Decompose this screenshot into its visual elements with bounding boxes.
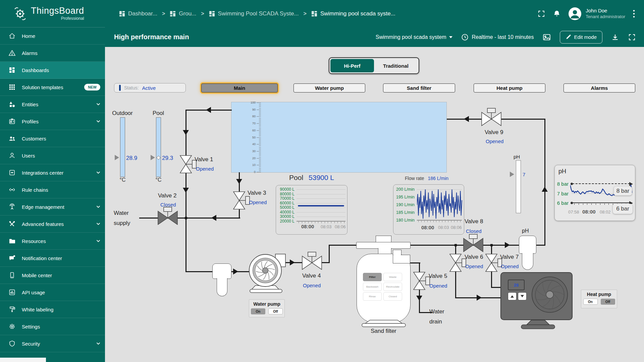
tank-scale-label: 100 (239, 101, 256, 104)
sidebar-item-resources[interactable]: Resources (0, 233, 105, 250)
valve-7-icon[interactable] (485, 253, 502, 272)
chevron-down-icon (96, 103, 100, 106)
ph-gauge-label: pH (514, 154, 520, 160)
home-icon (8, 32, 16, 40)
sidebar-item-dashboards[interactable]: Dashboards (0, 62, 105, 79)
breadcrumb-item[interactable]: Swimming Pool SCADA Syste... (209, 10, 299, 17)
fullscreen-dashboard-icon[interactable] (628, 33, 636, 41)
water-pump-on-button[interactable]: On (251, 308, 265, 314)
sidebar-item-advanced-features[interactable]: Advanced features (0, 216, 105, 233)
pool-volume-value: 53900 L (309, 174, 334, 182)
sidebar-item-label: Integrations center (22, 170, 90, 176)
heat-pump-on-button[interactable]: On (583, 299, 598, 305)
tank-scale-label: 60 (239, 129, 256, 132)
flow-ytick: 185 L/min (394, 210, 415, 215)
nav-button-heat-pump[interactable]: Heat pump (474, 83, 545, 93)
sidebar-item-alarms[interactable]: Alarms (0, 45, 105, 62)
toggle-hi-perf[interactable]: Hi-Perf (330, 59, 374, 72)
notifications-bell-icon[interactable] (553, 10, 561, 18)
dashboard-state-select[interactable]: Swimming pool scada system (376, 34, 453, 40)
toggle-traditional[interactable]: Traditional (374, 59, 418, 72)
sand-filter-mode-closed[interactable]: Closed (383, 292, 402, 301)
sidebar-item-settings[interactable]: Settings (0, 318, 105, 335)
water-supply-label-1: Water (114, 210, 129, 217)
sidebar-item-label: API usage (22, 290, 100, 295)
breadcrumb-item[interactable]: Swimming pool scada syste... (311, 10, 395, 17)
timewindow-button[interactable]: Realtime - last 10 minutes (461, 34, 534, 41)
advanced-icon (8, 220, 16, 228)
breadcrumb-item[interactable]: Grou... (170, 10, 196, 17)
flow-arrow-icon (505, 242, 513, 248)
nav-button-water-pump[interactable]: Water pump (293, 83, 365, 93)
chevron-down-icon (96, 120, 100, 123)
nav-button-sand-filter[interactable]: Sand filter (383, 83, 455, 93)
heat-pump-down-button[interactable] (518, 292, 527, 300)
ph-sensor-housing-body (522, 253, 533, 270)
thingsboard-logo[interactable]: ThingsBoard Professional (0, 0, 105, 27)
sidebar-item-mobile-center[interactable]: Mobile center (0, 267, 105, 284)
user-menu[interactable]: John Doe Tenant administrator (568, 7, 625, 20)
pipe-junction (185, 217, 187, 219)
nav-button-main[interactable]: Main (201, 83, 278, 93)
valve-2-icon[interactable] (157, 207, 178, 225)
chevron-down-icon (96, 205, 100, 208)
flow-ytick: 180 L/min (394, 218, 415, 223)
pool-tank (231, 102, 447, 173)
status-value: Active (142, 85, 156, 91)
sidebar-item-customers[interactable]: Customers (0, 130, 105, 147)
tank-scale-label: 40 (239, 142, 256, 146)
dashboard-toolbar: High performance main Swimming pool scad… (105, 27, 644, 47)
heat-pump-off-button[interactable]: Off (601, 299, 615, 305)
sidebar-item-solution-templates[interactable]: Solution templatesNEW (0, 79, 105, 96)
pipe-junction (490, 244, 493, 246)
water-pump-off-button[interactable]: Off (268, 308, 283, 314)
breadcrumb-item[interactable]: Dashboar... (119, 10, 157, 17)
sidebar-item-api-usage[interactable]: API usage (0, 284, 105, 301)
sidebar-item-entities[interactable]: Entities (0, 96, 105, 113)
valve-9-icon[interactable] (481, 108, 502, 126)
download-icon[interactable] (611, 33, 619, 41)
sidebar-item-rule-chains[interactable]: Rule chains (0, 181, 105, 198)
customers-icon (8, 135, 16, 142)
status-widget: Status: Active (114, 83, 186, 93)
edit-mode-button[interactable]: Edit mode (560, 31, 602, 44)
valve-1-icon[interactable] (180, 155, 197, 174)
sidebar-item-notification-center[interactable]: Notification center (0, 250, 105, 267)
edge-icon (8, 203, 16, 210)
valve-8-icon[interactable] (463, 234, 484, 252)
sidebar-item-users[interactable]: Users (0, 147, 105, 164)
image-gallery-icon[interactable] (542, 33, 551, 42)
sand-filter-mode-waste[interactable]: Waste (383, 273, 402, 281)
user-role: Tenant administrator (586, 14, 625, 19)
heat-pump-control: Heat pump On Off (581, 290, 617, 308)
heat-pump-up-button[interactable] (508, 292, 517, 300)
tank-scale-label: 70 (239, 122, 256, 125)
pool-ytick: 80000 L (278, 192, 294, 196)
valve-2-name: Valve 2 (158, 192, 176, 199)
sand-filter-mode-filter[interactable]: Filter (363, 273, 382, 281)
water-pump-machine[interactable] (247, 251, 287, 293)
sand-filter-mode-recirculate[interactable]: Recirculate (383, 283, 402, 291)
sidebar-item-profiles[interactable]: Profiles (0, 113, 105, 130)
water-pump-control-label: Water pump (249, 301, 284, 307)
sand-filter-mode-rinse[interactable]: Rinse (363, 292, 382, 301)
sidebar-item-integrations-center[interactable]: Integrations center (0, 164, 105, 181)
sidebar-item-security[interactable]: Security (0, 335, 105, 352)
kebab-menu-icon[interactable] (633, 9, 635, 18)
nav-button-alarms[interactable]: Alarms (564, 83, 635, 93)
sidebar-item-edge-management[interactable]: Edge management (0, 198, 105, 216)
ph-sensor-label: pH (522, 228, 529, 234)
flow-ytick: 200 L/min (394, 187, 415, 192)
new-badge: NEW (84, 84, 100, 90)
valve-6-icon[interactable] (449, 253, 466, 272)
valve-5-icon[interactable] (413, 272, 430, 290)
sidebar-item-home[interactable]: Home (0, 27, 105, 45)
pool-ytick: 20000 L (278, 219, 294, 224)
fullscreen-icon[interactable] (537, 10, 545, 18)
valve-5-name: Valve 5 (429, 273, 447, 280)
sand-filter-mode-backwash[interactable]: Backwash (363, 283, 382, 291)
sidebar-item-white-labeling[interactable]: White labeling (0, 301, 105, 318)
valve-7-state: Opened (501, 263, 519, 269)
pipe (544, 119, 545, 246)
valve-4-icon[interactable] (302, 252, 322, 270)
